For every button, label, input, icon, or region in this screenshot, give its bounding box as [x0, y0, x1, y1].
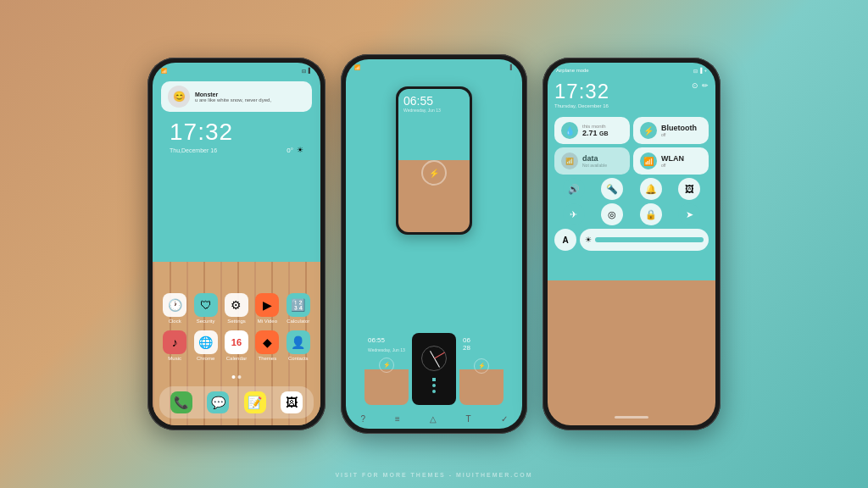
status-bar-1: 📶 ⊟ ▌	[153, 63, 320, 76]
storage-value: 2.71 GB	[582, 129, 609, 137]
preview-3[interactable]: 06 28 ⚡	[459, 333, 504, 405]
app-settings-label: Settings	[227, 319, 246, 324]
dock: 📞 💬 📝 🖼	[159, 386, 314, 419]
phone1-screen: 📶 ⊟ ▌ 😊 Monster u are like white snow, n…	[153, 63, 320, 425]
location-btn[interactable]: ➤	[678, 203, 700, 225]
preview-2[interactable]	[412, 333, 456, 405]
phone1-date: Thu,December 16	[170, 147, 217, 153]
home-indicator	[615, 416, 648, 419]
phone-3: Airplane mode ⊟ ▌+ 17:32 Thursday, Decem…	[542, 58, 721, 430]
app-contacts[interactable]: 👤 Contacts	[284, 330, 313, 361]
dock-notes[interactable]: 📝	[241, 391, 270, 413]
nav-menu[interactable]: T	[466, 414, 471, 424]
battery-icon: ▌	[309, 68, 312, 73]
notif-message: u are like white snow, never dyed,	[195, 97, 271, 103]
settings-icon: ⚙	[225, 293, 248, 317]
notif-name: Monster	[195, 92, 271, 97]
vibrate-btn[interactable]: 🔊	[563, 178, 585, 200]
nav-close[interactable]: ✓	[501, 414, 508, 424]
app-music[interactable]: ♪ Music	[160, 330, 189, 361]
cast-btn[interactable]: 🖼	[678, 178, 700, 200]
bluetooth-status: off	[661, 132, 697, 137]
cc-date: Thursday, December 16	[554, 103, 609, 108]
app-themes-label: Themes	[259, 356, 277, 361]
app-calendar[interactable]: 16 Calendar	[222, 330, 251, 361]
dock-gallery[interactable]: 🖼	[277, 391, 306, 413]
app-calculator-label: Calculator	[287, 319, 309, 324]
cc-top-icons: ⊙ ✏	[692, 80, 709, 90]
data-card[interactable]: 📶 data Not available	[554, 147, 630, 175]
wlan-label: WLAN	[661, 154, 684, 163]
notification-card[interactable]: 😊 Monster u are like white snow, never d…	[161, 81, 312, 112]
data-status: Not available	[582, 163, 607, 168]
calendar-icon: 16	[225, 330, 248, 354]
app-calendar-label: Calendar	[226, 356, 247, 361]
bluetooth-card[interactable]: ⚡ Bluetooth off	[633, 117, 709, 144]
avatar: 😊	[168, 86, 190, 108]
chrome-icon: 🌐	[194, 330, 218, 354]
dot-1	[232, 375, 236, 379]
app-music-label: Music	[168, 356, 181, 361]
bluetooth-label: Bluetooth	[661, 124, 697, 132]
bluetooth-text: Bluetooth off	[661, 124, 697, 137]
inner-phone: 06:55 Wednesday, Jun 13 ⚡	[396, 86, 472, 235]
app-settings[interactable]: ⚙ Settings	[222, 293, 251, 324]
preview-1[interactable]: 06:55 Wednesday, Jun 13 ⚡	[364, 333, 409, 405]
watermark: VISIT FOR MORE THEMES - MIUITHEMER.COM	[335, 472, 532, 478]
brightness-track	[595, 237, 704, 242]
app-clock-label: Clock	[169, 319, 181, 324]
status-icons-3: ⊟ ▌+	[693, 68, 707, 74]
status-icons-1: ⊟ ▌	[302, 68, 312, 74]
cc-edit-icon[interactable]: ✏	[702, 81, 709, 90]
data-text: data Not available	[582, 154, 607, 168]
security-icon: 🛡	[194, 293, 218, 317]
app-mivideo[interactable]: ▶ Mi Video	[253, 293, 281, 324]
brightness-icon: ☀	[585, 236, 592, 244]
wlan-card[interactable]: 📶 WLAN off	[633, 147, 709, 175]
battery-icon-2: ▌	[510, 64, 514, 69]
nfc-btn[interactable]: ◎	[601, 203, 623, 225]
screenshot-icon: ⊟	[302, 68, 306, 74]
airplane-btn[interactable]: ✈	[563, 203, 585, 225]
app-contacts-label: Contacts	[288, 356, 309, 361]
brightness-control[interactable]: ☀	[580, 229, 709, 251]
status-icons-2: ▌	[510, 64, 514, 69]
inner-phone-container: 06:55 Wednesday, Jun 13 ⚡	[346, 78, 522, 235]
charge-icon: ⚡	[429, 169, 439, 178]
cc-time: 17:32	[554, 80, 609, 103]
status-bar-3: Airplane mode ⊟ ▌+	[548, 63, 715, 76]
phone1-top: 😊 Monster u are like white snow, never d…	[153, 76, 320, 159]
data-label: data	[582, 154, 607, 163]
contacts-icon: 👤	[287, 330, 310, 354]
bell-btn[interactable]: 🔔	[640, 178, 662, 200]
inner-date: Wednesday, Jun 13	[398, 108, 470, 113]
flashlight-btn[interactable]: 🔦	[601, 178, 623, 200]
weather-temp: 0°	[287, 147, 293, 154]
nav-back[interactable]: ?	[360, 414, 365, 424]
app-mivideo-label: Mi Video	[258, 319, 277, 324]
app-chrome[interactable]: 🌐 Chrome	[192, 330, 220, 361]
weather-icon: ☀	[297, 146, 303, 154]
wlan-icon: 📶	[640, 152, 657, 169]
nav-home[interactable]: △	[430, 414, 437, 424]
notif-text: Monster u are like white snow, never dye…	[195, 92, 271, 103]
app-themes[interactable]: ◆ Themes	[253, 330, 281, 361]
app-calculator[interactable]: 🔢 Calculator	[284, 293, 313, 324]
app-clock[interactable]: 🕐 Clock	[160, 293, 189, 324]
lock-btn[interactable]: 🔒	[640, 203, 662, 225]
app-security[interactable]: 🛡 Security	[192, 293, 220, 324]
music-icon: ♪	[163, 330, 186, 354]
auto-btn[interactable]: A	[554, 229, 576, 251]
dock-messages[interactable]: 💬	[203, 391, 232, 413]
clock-icon: 🕐	[163, 293, 186, 317]
app-row-2: ♪ Music 🌐 Chrome 16 Calendar ◆ Themes 👤	[159, 330, 314, 361]
storage-card[interactable]: 💧 this month 2.71 GB	[554, 117, 630, 144]
weather-widget: 0° ☀	[287, 146, 303, 154]
battery-icon-3: ▌+	[700, 68, 707, 73]
cc-time-row: 17:32 Thursday, December 16 ⊙ ✏	[554, 80, 709, 114]
cc-settings-icon[interactable]: ⊙	[692, 81, 698, 90]
cc-time-block: 17:32 Thursday, December 16	[554, 80, 609, 114]
mivideo-icon: ▶	[255, 293, 279, 317]
dock-phone[interactable]: 📞	[167, 391, 196, 413]
nav-recents[interactable]: ≡	[395, 414, 400, 424]
